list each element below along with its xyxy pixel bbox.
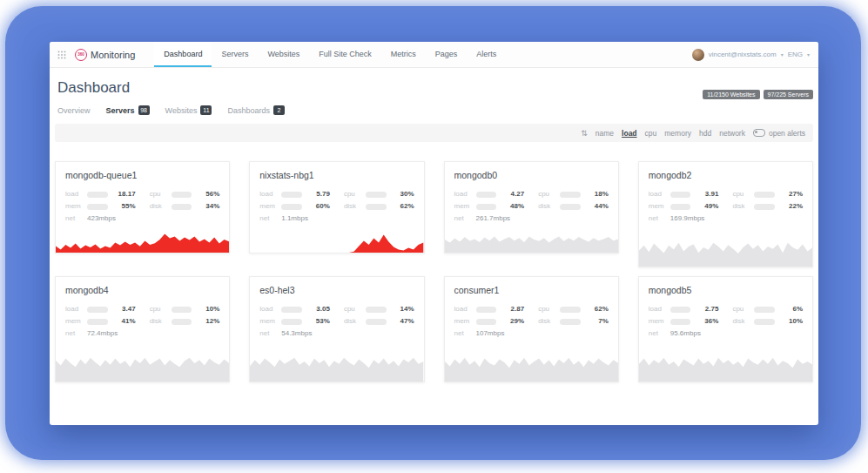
- disk-bar: [366, 319, 387, 325]
- tab[interactable]: Websites 11: [165, 105, 212, 115]
- metric-label: disk: [344, 203, 361, 210]
- net-value: 423mbps: [87, 215, 116, 222]
- status-badge[interactable]: 97/225 Servers: [764, 90, 813, 99]
- nav-item[interactable]: Pages: [426, 42, 468, 67]
- nav-item[interactable]: Servers: [212, 42, 258, 67]
- brand-logo[interactable]: 360 Monitoring: [75, 49, 135, 61]
- metric-label: disk: [150, 203, 167, 210]
- sort-option[interactable]: hdd: [699, 129, 711, 138]
- mem-value: 36%: [695, 318, 718, 325]
- tab-count-badge: 2: [273, 105, 285, 115]
- metric-label: load: [259, 191, 277, 198]
- sort-option[interactable]: name: [595, 129, 614, 138]
- tab-label: Websites: [165, 106, 198, 115]
- disk-bar: [366, 204, 387, 210]
- server-card[interactable]: mongodb5 load 2.75 cpu 6%: [638, 276, 813, 382]
- metric-net: net 54.3mbps: [259, 330, 330, 337]
- mem-value: 55%: [112, 203, 136, 210]
- sort-option[interactable]: cpu: [645, 129, 657, 138]
- tab-label: Overview: [57, 106, 91, 115]
- disk-bar: [560, 319, 581, 325]
- tab[interactable]: Servers 98: [106, 105, 150, 115]
- server-card[interactable]: nixstats-nbg1 load 5.79 cpu 30%: [249, 161, 424, 253]
- mem-bar: [87, 204, 108, 210]
- metric-label: load: [259, 306, 277, 313]
- metric-net: net 169.9mbps: [649, 215, 719, 222]
- server-card[interactable]: es0-hel3 load 3.05 cpu 14%: [249, 276, 424, 382]
- load-bar: [670, 192, 691, 198]
- server-metrics: load 2.87 cpu 62% mem: [454, 306, 609, 337]
- nav-item[interactable]: Alerts: [467, 42, 506, 67]
- disk-bar: [754, 319, 775, 325]
- open-alerts-toggle[interactable]: open alerts: [753, 129, 805, 138]
- server-card-body: es0-hel3 load 3.05 cpu 14%: [250, 277, 423, 337]
- server-card[interactable]: mongodb4 load 3.47 cpu 10%: [55, 276, 230, 382]
- metric-label: load: [65, 306, 83, 313]
- user-email[interactable]: vincent@nixstats.com: [709, 51, 777, 58]
- language-selector[interactable]: ENG: [788, 51, 803, 58]
- server-card[interactable]: mongodb0 load 4.27 cpu 18%: [444, 161, 619, 253]
- app-launcher-icon[interactable]: [56, 49, 68, 61]
- nav-item[interactable]: Websites: [258, 42, 309, 67]
- status-badge[interactable]: 11/2150 Websites: [703, 90, 759, 99]
- server-name: mongodb5: [649, 285, 803, 295]
- metric-net: net 1.1mbps: [259, 215, 330, 222]
- server-card[interactable]: consumer1 load 2.87 cpu 62%: [444, 276, 619, 382]
- disk-bar: [560, 204, 581, 210]
- metric-load: load 2.87: [454, 306, 525, 313]
- server-name: nixstats-nbg1: [259, 170, 414, 180]
- server-card[interactable]: mongodb2 load 3.91 cpu 27%: [638, 161, 813, 267]
- mem-bar: [281, 319, 302, 325]
- metric-mem: mem 29%: [454, 318, 525, 325]
- nav-item[interactable]: Dashboard: [154, 42, 212, 67]
- server-card[interactable]: mongodb-queue1 load 18.17 cpu 56%: [55, 161, 230, 253]
- sort-option[interactable]: load: [622, 129, 636, 138]
- nav-item[interactable]: Metrics: [381, 42, 426, 67]
- net-value: 261.7mbps: [476, 215, 511, 222]
- server-name: mongodb4: [65, 285, 219, 295]
- metric-load: load 18.17: [65, 191, 136, 198]
- nav-item[interactable]: Full Site Check: [309, 42, 381, 67]
- tab[interactable]: Overview: [57, 106, 91, 115]
- server-metrics: load 4.27 cpu 18% mem: [454, 191, 609, 222]
- server-card-grid: mongodb-queue1 load 18.17 cpu 56%: [55, 161, 813, 382]
- toggle-switch-icon: [753, 129, 765, 137]
- mem-bar: [670, 319, 691, 325]
- sort-toolbar: ⇅ nameloadcpumemoryhddnetwork open alert…: [55, 124, 813, 142]
- metric-cpu: cpu 14%: [344, 306, 414, 313]
- sparkline-chart: [250, 226, 423, 253]
- disk-value: 7%: [585, 318, 609, 325]
- sort-option[interactable]: network: [719, 129, 745, 138]
- metric-label: cpu: [344, 306, 361, 313]
- mem-value: 53%: [306, 318, 330, 325]
- metric-label: disk: [538, 318, 555, 325]
- sparkline-chart: [56, 343, 229, 382]
- load-bar: [476, 192, 497, 198]
- metric-net: net 423mbps: [65, 215, 136, 222]
- sort-option[interactable]: memory: [664, 129, 691, 138]
- metric-cpu: cpu 10%: [150, 306, 220, 313]
- server-card-body: mongodb5 load 2.75 cpu 6%: [639, 277, 812, 337]
- cpu-value: 62%: [585, 306, 609, 313]
- cpu-bar: [560, 307, 581, 313]
- net-value: 169.9mbps: [670, 215, 705, 222]
- net-value: 107mbps: [476, 330, 505, 337]
- server-name: es0-hel3: [259, 285, 414, 295]
- status-badges: 11/2150 Websites97/225 Servers: [703, 90, 813, 99]
- tab[interactable]: Dashboards 2: [227, 105, 285, 115]
- cpu-value: 18%: [585, 191, 609, 198]
- load-value: 3.05: [306, 306, 330, 313]
- mem-value: 48%: [501, 203, 524, 210]
- load-bar: [670, 307, 691, 313]
- server-metrics: load 3.91 cpu 27% mem: [649, 191, 803, 222]
- metric-label: net: [454, 330, 472, 337]
- metric-net: net 95.6mbps: [649, 330, 719, 337]
- metric-label: mem: [649, 318, 666, 325]
- metric-mem: mem 48%: [454, 203, 525, 210]
- metric-label: net: [649, 215, 666, 222]
- user-avatar[interactable]: [692, 49, 704, 61]
- cpu-value: 10%: [196, 306, 219, 313]
- load-value: 5.79: [306, 191, 330, 198]
- server-card-body: consumer1 load 2.87 cpu 62%: [445, 277, 618, 337]
- cpu-bar: [366, 307, 387, 313]
